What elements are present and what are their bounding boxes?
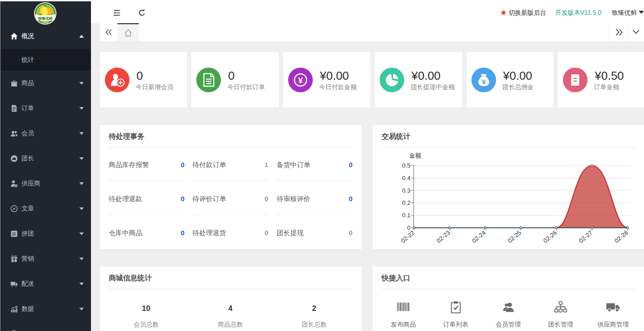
svg-text:¥: ¥ (482, 78, 486, 86)
svg-text:02-26: 02-26 (542, 229, 558, 244)
svg-text:金额: 金额 (409, 152, 421, 159)
svg-text:ZHENXIAN: ZHENXIAN (42, 22, 48, 24)
svg-text:致臻优鲜: 致臻优鲜 (38, 17, 53, 21)
svg-text:02-22: 02-22 (399, 229, 415, 244)
svg-text:0.2: 0.2 (402, 199, 411, 206)
svg-text:02-28: 02-28 (613, 229, 629, 244)
svg-text:02-24: 02-24 (471, 229, 487, 244)
svg-text:0.5: 0.5 (402, 162, 411, 169)
svg-text:0.4: 0.4 (402, 174, 411, 181)
svg-text:¥: ¥ (298, 76, 303, 85)
svg-text:0.3: 0.3 (402, 187, 411, 193)
svg-text:拼: 拼 (12, 232, 16, 236)
svg-text:02-25: 02-25 (506, 229, 523, 244)
svg-text:0.1: 0.1 (402, 212, 411, 219)
svg-text:02-27: 02-27 (577, 229, 593, 244)
svg-text:02-23: 02-23 (435, 229, 451, 244)
